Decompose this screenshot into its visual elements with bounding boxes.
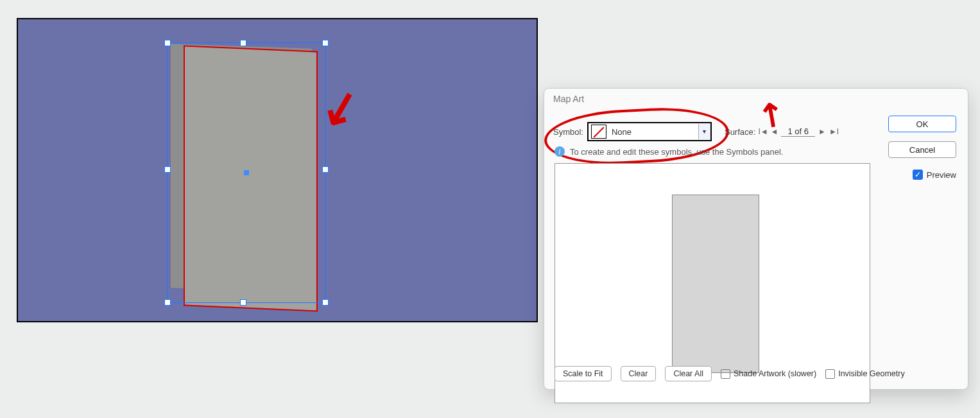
- checkbox-box-icon: [825, 369, 835, 379]
- chevron-down-icon: ▾: [698, 124, 710, 139]
- surface-stepper: Surface: I◄ ◄ 1 of 6 ► ►I: [725, 126, 838, 137]
- symbol-dropdown[interactable]: None ▾: [587, 122, 712, 141]
- clear-all-button[interactable]: Clear All: [665, 366, 712, 381]
- symbol-dropdown-value: None: [609, 127, 698, 137]
- artboard-canvas[interactable]: ↙: [17, 18, 538, 322]
- clear-button[interactable]: Clear: [621, 366, 657, 381]
- invisible-geometry-label: Invisible Geometry: [838, 369, 905, 378]
- surface-preview-shape: [672, 195, 759, 373]
- info-icon: i: [554, 146, 565, 157]
- next-surface-button[interactable]: ►: [818, 127, 827, 136]
- selection-bounding-box[interactable]: [167, 42, 326, 303]
- selection-handle[interactable]: [322, 166, 329, 173]
- selection-handle[interactable]: [164, 40, 171, 46]
- selection-handle[interactable]: [240, 299, 246, 306]
- ok-button[interactable]: OK: [888, 116, 956, 132]
- dialog-action-buttons: OK Cancel: [886, 116, 956, 158]
- scale-to-fit-button[interactable]: Scale to Fit: [554, 366, 612, 381]
- surface-index-field[interactable]: 1 of 6: [781, 126, 815, 137]
- symbol-surface-row: Symbol: None ▾ Surface: I◄ ◄ 1 of 6 ► ►I: [553, 122, 838, 141]
- cancel-button[interactable]: Cancel: [888, 141, 956, 158]
- first-surface-button[interactable]: I◄: [758, 127, 767, 136]
- last-surface-button[interactable]: ►I: [829, 127, 838, 136]
- symbol-label: Symbol:: [553, 127, 583, 137]
- checkbox-box-icon: [721, 369, 730, 379]
- map-art-dialog: Map Art ↘ Symbol: None ▾ Surface: I◄ ◄ 1…: [544, 88, 968, 390]
- selection-center-point: [244, 170, 249, 175]
- preview-checkbox-label: Preview: [927, 170, 956, 180]
- dialog-title: Map Art: [553, 94, 584, 104]
- selection-handle[interactable]: [322, 40, 329, 46]
- surface-label: Surface:: [725, 127, 755, 137]
- none-swatch-icon: [591, 125, 606, 139]
- invisible-geometry-checkbox[interactable]: Invisible Geometry: [825, 369, 905, 379]
- selection-handle[interactable]: [240, 40, 246, 46]
- selection-handle[interactable]: [322, 299, 329, 306]
- preview-checkbox[interactable]: ✓: [913, 170, 923, 180]
- preview-checkbox-row[interactable]: ✓ Preview: [913, 170, 956, 180]
- selection-handle[interactable]: [164, 166, 171, 173]
- selection-handle[interactable]: [164, 299, 171, 306]
- dialog-bottom-row: Scale to Fit Clear Clear All Shade Artwo…: [554, 366, 905, 381]
- shade-artwork-checkbox[interactable]: Shade Artwork (slower): [721, 369, 816, 379]
- shade-artwork-label: Shade Artwork (slower): [734, 369, 816, 378]
- prev-surface-button[interactable]: ◄: [769, 127, 778, 136]
- info-message: i To create and edit these symbols, use …: [554, 146, 783, 157]
- info-text: To create and edit these symbols, use th…: [570, 147, 783, 157]
- screenshot-stage: ↙ Map Art ↘ Symbol: None ▾ Surface: I◄ ◄…: [0, 0, 980, 418]
